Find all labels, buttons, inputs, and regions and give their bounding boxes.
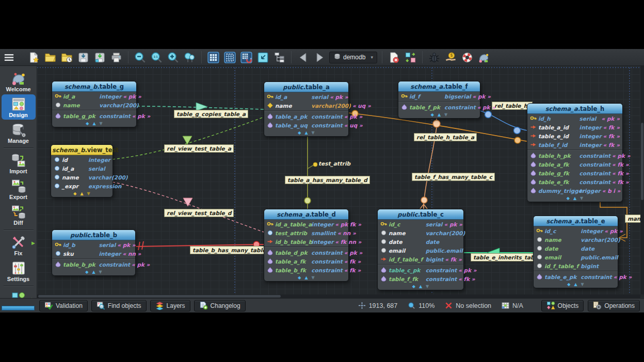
table-table_g[interactable]: schema_b.table_gid_ainteger« pk »namevar… xyxy=(52,81,137,127)
table-row[interactable]: table_e_pkconstraint« pk » xyxy=(534,272,618,281)
table-row[interactable]: id_a_table_ainteger« pk fk » xyxy=(264,220,348,228)
statusbar-tab-find_objects[interactable]: Find objects xyxy=(91,300,147,311)
relationship-label-table_b_has_many_table_d[interactable]: table_b_has_many_table_d xyxy=(190,246,275,254)
sidebar-item-design[interactable]: Design xyxy=(2,94,36,120)
table-row[interactable]: id_f_table_fbigint xyxy=(534,261,618,270)
table-table_a[interactable]: public.table_aid_aserial« pk »namevarcha… xyxy=(264,81,349,137)
table-row[interactable]: table_b_pkconstraint« pk » xyxy=(52,260,135,269)
statusbar-tab-layers[interactable]: Layers xyxy=(150,300,190,311)
recent-models-button[interactable] xyxy=(60,51,74,64)
relationship-label-table_f_has_many_table_c[interactable]: table_f_has_many_table_c xyxy=(412,173,495,181)
arrange-objects-button[interactable] xyxy=(404,51,417,64)
collapse-diamond-icon[interactable]: ◆ xyxy=(73,191,76,196)
relationship-table-f-has-many-table-c[interactable] xyxy=(420,114,440,209)
horizontal-scrollbar[interactable] xyxy=(37,294,640,298)
table-table_d[interactable]: schema_a.table_did_a_table_ainteger« pk … xyxy=(264,209,349,282)
table-row[interactable]: emailpublic.email xyxy=(378,246,463,255)
table-row[interactable]: namevarchar(200) xyxy=(51,173,112,182)
overview-button[interactable] xyxy=(183,51,197,64)
table-row[interactable]: datedate xyxy=(378,237,463,246)
table-row[interactable]: datedate xyxy=(534,244,618,253)
sidebar-item-fix[interactable]: ▶Fix xyxy=(2,233,36,258)
table-row[interactable]: table_e_fkconstraint« fk » xyxy=(527,177,622,186)
expand-up-icon[interactable]: ▲ xyxy=(574,282,577,287)
donate-button[interactable]: $ xyxy=(444,51,458,64)
collapse-down-icon[interactable]: ▼ xyxy=(87,191,90,196)
table-row[interactable]: id_fbigserial« pk » xyxy=(398,92,480,101)
table-table_e[interactable]: schema_a.table_eid_cinteger« pk »namevar… xyxy=(533,216,618,288)
collapse-down-icon[interactable]: ▼ xyxy=(312,130,315,135)
menu-button[interactable] xyxy=(2,51,16,64)
vertical-scrollbar[interactable] xyxy=(640,66,644,294)
nav-back-button[interactable] xyxy=(296,51,310,64)
collapse-down-icon[interactable]: ▼ xyxy=(312,275,315,280)
table-table_c[interactable]: public.table_cid_cserial« pk »namevarcha… xyxy=(377,209,464,290)
view-view_test[interactable]: schema_b.view_testidintegerid_aserialnam… xyxy=(51,144,113,198)
expand-up-icon[interactable]: ▲ xyxy=(80,191,83,196)
table-row[interactable]: id_aserial xyxy=(51,164,112,173)
table-row[interactable]: table_f_fkconstraint« fk » xyxy=(378,274,463,283)
compact-view-button[interactable] xyxy=(256,51,270,64)
panel-button-operations[interactable]: Operations xyxy=(588,300,640,311)
sidebar-item-import[interactable]: Import xyxy=(2,151,36,176)
collapse-diamond-icon[interactable]: ◆ xyxy=(86,121,89,126)
zoom-original-button[interactable]: 1:1 xyxy=(150,51,164,64)
model-tree-button[interactable] xyxy=(272,51,286,64)
expand-up-icon[interactable]: ▲ xyxy=(573,196,576,201)
nav-forward-button[interactable] xyxy=(313,51,327,64)
expand-up-icon[interactable]: ▲ xyxy=(419,284,422,289)
table-row[interactable]: namevarchar(200) xyxy=(378,228,463,237)
table-table_h[interactable]: schema_a.table_hid_hserial« pk »table_a_… xyxy=(527,103,623,202)
print-button[interactable] xyxy=(109,51,123,64)
expand-up-icon[interactable]: ▲ xyxy=(92,121,95,126)
zoom-in-button[interactable] xyxy=(166,51,180,64)
table-row[interactable]: id_cinteger« pk » xyxy=(534,226,618,235)
expand-up-icon[interactable]: ▲ xyxy=(438,112,441,117)
save-model-button[interactable] xyxy=(76,51,90,64)
close-model-button[interactable] xyxy=(387,51,401,64)
statusbar-tab-changelog[interactable]: Changelog xyxy=(194,300,246,311)
collapse-diamond-icon[interactable]: ◆ xyxy=(567,196,570,201)
table-row[interactable]: emailpublic.email xyxy=(534,253,618,261)
relationship-table-a-has-many-table-d[interactable] xyxy=(304,132,317,209)
sidebar-item-welcome[interactable]: Welcome xyxy=(2,69,36,94)
table-row[interactable]: id_b_table_binteger« fk nn » xyxy=(264,237,348,246)
database-selector[interactable]: demodb▾ xyxy=(329,52,377,63)
table-row[interactable]: table_f_idinteger« fk » xyxy=(527,140,622,149)
statusbar-tab-validation[interactable]: Validation xyxy=(39,300,88,311)
diagram-canvas[interactable]: schema_b.table_gid_ainteger« pk »namevar… xyxy=(37,66,644,298)
table-row[interactable]: skuinteger« nn » xyxy=(52,249,135,258)
table-row[interactable]: table_d_pkconstraint« pk » xyxy=(264,248,348,257)
relationship-label-rel_table_h_table_a[interactable]: rel_table_h_table_a xyxy=(414,133,477,141)
collapse-down-icon[interactable]: ▼ xyxy=(99,270,102,274)
collapse-diamond-icon[interactable]: ◆ xyxy=(412,284,415,289)
zoom-out-button[interactable] xyxy=(133,51,147,64)
table-row[interactable]: table_g_fkconstraint« fk » xyxy=(527,169,622,177)
table-row[interactable]: id_cserial« pk » xyxy=(378,220,463,228)
table-table_b[interactable]: public.table_bid_bserial« pk »skuinteger… xyxy=(52,229,136,276)
table-row[interactable]: id_f_table_fbigint« fk » xyxy=(378,255,463,264)
new-model-button[interactable] xyxy=(27,51,41,64)
table-row[interactable]: table_f_pkconstraint« pk » xyxy=(398,103,480,111)
table-row[interactable]: id_aserial« pk » xyxy=(264,92,348,101)
expand-up-icon[interactable]: ▲ xyxy=(304,130,308,135)
collapse-diamond-icon[interactable]: ◆ xyxy=(431,112,434,117)
table-row[interactable]: id_hserial« pk » xyxy=(527,114,622,123)
relationship-rel-table-h-table-f[interactable] xyxy=(480,111,527,134)
relationship-label-rel_view_test_table_a[interactable]: rel_view_test_table_a xyxy=(164,144,234,153)
sidebar-item-manage[interactable]: Manage xyxy=(2,120,36,145)
table-row[interactable]: table_h_pkconstraint« pk » xyxy=(527,151,622,160)
panel-button-objects[interactable]: Objects xyxy=(541,300,584,311)
collapse-diamond-icon[interactable]: ◆ xyxy=(85,270,88,274)
grid-snap-button[interactable] xyxy=(239,51,253,64)
collapse-down-icon[interactable]: ▼ xyxy=(100,121,103,126)
grid-align-button[interactable] xyxy=(223,51,237,64)
expand-up-icon[interactable]: ▲ xyxy=(304,275,308,280)
sidebar-item-diff[interactable]: Diff xyxy=(2,202,36,227)
save-as-button[interactable] xyxy=(93,51,107,64)
relationship-label-table_a_has_many_table_d[interactable]: table_a_has_many_table_d xyxy=(285,176,370,184)
table-row[interactable]: idinteger xyxy=(51,155,112,164)
collapse-diamond-icon[interactable]: ◆ xyxy=(567,282,570,287)
table-row[interactable]: table_c_pkconstraint« pk » xyxy=(378,266,463,274)
about-button[interactable] xyxy=(477,51,491,64)
